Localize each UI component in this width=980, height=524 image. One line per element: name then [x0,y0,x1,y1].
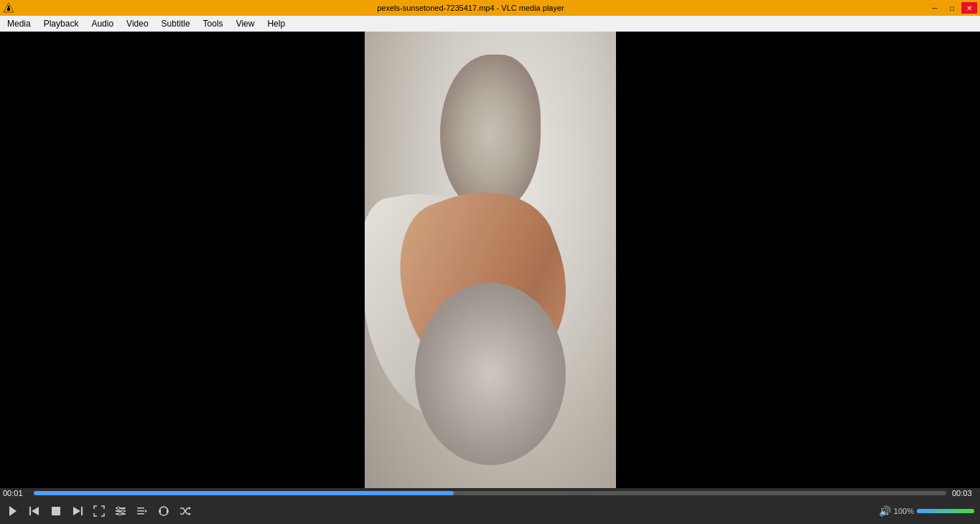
rabbit-fur-bottom [415,283,566,465]
maximize-button[interactable]: □ [944,2,960,14]
stop-icon [50,505,62,517]
svg-marker-22 [189,513,191,515]
random-icon [179,505,191,517]
svg-rect-16 [137,510,144,512]
fullscreen-icon [93,505,105,517]
loop-button[interactable] [154,501,174,521]
svg-rect-17 [137,513,144,515]
window-title: pexels-sunsetoned-7235417.mp4 - VLC medi… [14,4,927,12]
svg-point-13 [121,510,124,513]
menu-view[interactable]: View [230,16,261,32]
rabbit-fur-top [440,55,541,215]
svg-point-14 [118,513,121,515]
svg-marker-18 [145,510,147,513]
title-bar: pexels-sunsetoned-7235417.mp4 - VLC medi… [0,0,980,16]
play-icon [7,505,19,517]
menu-bar: Media Playback Audio Video Subtitle Tool… [0,16,980,32]
menu-audio[interactable]: Audio [85,16,119,32]
volume-label: 100% [894,507,914,515]
menu-subtitle[interactable]: Subtitle [156,16,196,32]
time-current: 00:01 [3,489,28,497]
menu-playback[interactable]: Playback [38,16,85,32]
svg-marker-3 [9,506,17,516]
menu-tools[interactable]: Tools [197,16,229,32]
svg-rect-2 [8,6,9,8]
title-bar-left [3,2,14,14]
menu-media[interactable]: Media [1,16,37,32]
vlc-logo-icon [3,2,14,14]
next-icon [72,505,83,517]
title-bar-controls: ─ □ ✕ [927,2,977,14]
random-button[interactable] [175,501,195,521]
video-background [365,32,616,488]
minimize-button[interactable]: ─ [927,2,943,14]
progress-track[interactable] [34,491,946,495]
extended-settings-button[interactable] [111,501,131,521]
svg-rect-4 [29,507,31,515]
playlist-icon [136,505,148,517]
svg-rect-6 [52,507,60,515]
play-button[interactable] [3,501,23,521]
buttons-row: 🔊 100% [0,498,980,524]
black-bar-right [616,32,981,488]
prev-button[interactable] [24,501,45,521]
prev-icon [29,505,40,517]
svg-marker-5 [32,507,39,515]
svg-rect-1 [7,8,10,11]
controls-area: 00:01 00:03 [0,488,980,524]
volume-icon: 🔊 [879,505,891,517]
progress-fill [34,491,454,495]
svg-marker-21 [189,507,191,510]
stop-button[interactable] [46,501,66,521]
svg-point-12 [117,507,120,510]
volume-area: 🔊 100% [879,505,974,517]
svg-marker-8 [73,507,80,515]
progress-container: 00:01 00:03 [0,488,980,498]
playlist-button[interactable] [132,501,152,521]
menu-video[interactable]: Video [121,16,154,32]
video-area[interactable] [0,32,980,488]
volume-track[interactable] [917,509,974,513]
black-bar-left [0,32,365,488]
svg-rect-7 [81,507,83,515]
time-total: 00:03 [952,489,977,497]
menu-help[interactable]: Help [261,16,291,32]
volume-fill [917,509,974,513]
fullscreen-button[interactable] [89,501,109,521]
video-frame[interactable] [365,32,616,488]
next-button[interactable] [67,501,88,521]
extended-settings-icon [115,505,126,517]
svg-rect-15 [137,507,144,509]
loop-icon [158,505,169,517]
close-button[interactable]: ✕ [961,2,977,14]
